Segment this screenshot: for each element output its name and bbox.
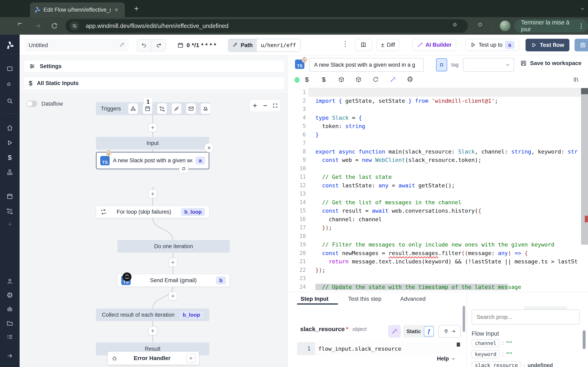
test-up-to-step-badge[interactable]: a — [505, 41, 514, 49]
sidebar-item-more[interactable] — [0, 218, 20, 230]
test-flow-button[interactable]: Test flow — [526, 39, 570, 51]
code-line[interactable]: 10 — [288, 164, 581, 173]
docs-button[interactable] — [355, 39, 372, 51]
save-to-workspace-button[interactable]: Save to workspace — [520, 60, 581, 67]
browser-update-button[interactable]: Terminer la mise à jour ⋮ — [514, 19, 588, 33]
forloop-node[interactable]: For loop (skip failures) b_loop — [96, 206, 209, 218]
redo-button[interactable] — [151, 40, 166, 51]
ai-wand-icon[interactable] — [389, 76, 396, 83]
path-value[interactable]: u/henri/eff — [257, 39, 300, 51]
editor-scrollbar[interactable] — [581, 88, 588, 292]
stop-after-step-button[interactable] — [179, 164, 189, 173]
add-error-handler-button[interactable] — [186, 354, 196, 363]
add-step-button[interactable] — [148, 189, 157, 198]
code-line[interactable]: 11 // Get the last state — [288, 173, 581, 181]
code-line[interactable]: 4type Slack = { — [288, 114, 581, 122]
code-line[interactable]: 13 — [288, 190, 581, 198]
sidebar-item-logs[interactable] — [0, 331, 20, 342]
triggers-node[interactable]: Triggers — [96, 102, 210, 115]
flow-input-prop-slack_resource[interactable]: slack_resource:undefined — [472, 361, 553, 367]
trigger-webhook-icon[interactable] — [128, 103, 138, 114]
sidebar-item-runs[interactable] — [0, 137, 20, 149]
tag-select[interactable] — [463, 58, 514, 72]
trigger-route-icon[interactable] — [157, 103, 167, 114]
code-line[interactable]: 14 // Get the list of messages in the ch… — [288, 198, 581, 207]
flow-canvas[interactable]: Dataflow Triggers 1 — [20, 93, 288, 367]
all-static-inputs-row[interactable]: $ All Static Inputs — [24, 77, 285, 90]
add-step-button[interactable] — [148, 326, 157, 335]
flow-input-prop-channel[interactable]: channel:"" — [472, 339, 512, 347]
undo-button[interactable] — [137, 40, 151, 51]
code-line[interactable]: 23 — [288, 274, 581, 283]
code-line[interactable]: 24 // Update the state with the timestam… — [288, 283, 581, 291]
search-prop-input[interactable] — [472, 309, 580, 325]
tab-advanced[interactable]: Advanced — [400, 296, 426, 302]
flow-name-field[interactable]: Untitled — [25, 39, 129, 51]
sidebar-item-users[interactable] — [0, 276, 20, 287]
forward-icon[interactable] — [34, 22, 42, 30]
ai-fill-button[interactable] — [388, 325, 401, 338]
add-step-button[interactable] — [168, 258, 177, 267]
code-line[interactable]: 15 const result = await web.conversation… — [288, 207, 581, 215]
script-settings-gear-icon[interactable]: ⚙ — [407, 75, 413, 83]
code-line[interactable]: 12 const lastState: any = await getState… — [288, 181, 581, 190]
sidebar-item-schedules[interactable] — [0, 191, 20, 202]
collect-result-node[interactable]: Collect result of each iteration b_loop — [96, 309, 209, 321]
code-line[interactable]: 20 const newMessages = result.messages.f… — [288, 249, 581, 258]
path-toggle-label[interactable]: Path — [228, 39, 257, 51]
profile-avatar[interactable] — [500, 21, 510, 31]
add-step-button[interactable] — [148, 123, 157, 132]
help-button[interactable]: Help — [437, 356, 456, 362]
do-one-iteration-node[interactable]: Do one iteration — [117, 240, 230, 253]
input-node[interactable]: Input — [96, 137, 209, 150]
package-icon[interactable] — [355, 76, 362, 83]
draft-button[interactable]: Draft — [575, 39, 588, 51]
props-scrollbar[interactable] — [583, 330, 586, 349]
sidebar-item-workers[interactable] — [0, 303, 20, 315]
sidebar-item-search[interactable] — [0, 95, 20, 107]
windmill-logo[interactable] — [5, 41, 14, 50]
reload-script-icon[interactable] — [372, 76, 379, 83]
sidebar-item-settings[interactable]: ⚙ — [0, 290, 20, 301]
variables-icon[interactable]: $ — [322, 76, 326, 83]
code-line[interactable]: 16 channel: channel — [288, 215, 581, 224]
sidebar-item-resources[interactable] — [0, 167, 20, 178]
connect-input-button[interactable] — [438, 325, 461, 338]
tab-step-input[interactable]: Step Input — [301, 296, 329, 302]
trigger-scraper-icon[interactable] — [201, 103, 210, 114]
back-icon[interactable] — [18, 22, 25, 30]
code-line[interactable]: 1import { WebClient } from '@slack/web-a… — [288, 88, 581, 97]
form-scrollbar[interactable] — [463, 306, 465, 332]
package-icon[interactable] — [338, 76, 345, 83]
variables-icon[interactable]: $ — [305, 76, 309, 83]
error-handler-node[interactable]: Error Handler — [108, 351, 199, 365]
browser-tab[interactable]: Edit Flow u/henri/effective_un — [30, 2, 125, 17]
trigger-websocket-icon[interactable] — [172, 103, 181, 114]
sidebar-item-home[interactable] — [0, 122, 20, 133]
reload-icon[interactable] — [51, 22, 58, 30]
diff-button[interactable]: ± Diff — [376, 39, 399, 51]
code-line[interactable]: 7 — [288, 139, 581, 147]
extensions-icon[interactable] — [478, 22, 485, 30]
tab-search-chevron-icon[interactable] — [579, 6, 586, 12]
sidebar-item-routes[interactable] — [0, 205, 20, 217]
sidebar-item-variables[interactable]: $ — [0, 152, 20, 163]
expression-editor[interactable]: 1 flow_input.slack_resource — [297, 342, 460, 355]
test-up-to-button[interactable]: Test up to a — [466, 39, 519, 51]
flow-input-prop-keyword[interactable]: keyword:"" — [472, 350, 512, 358]
code-line[interactable]: 22}); — [288, 266, 581, 275]
code-line[interactable]: 2import { getState, setState } from 'win… — [288, 97, 581, 105]
tab-close-icon[interactable] — [114, 7, 119, 12]
tab-test-this-step[interactable]: Test this step — [348, 296, 381, 302]
code-line[interactable]: 21 return message.text.includes(keyword)… — [288, 257, 581, 266]
send-email-node[interactable]: TS Send Email (gmail) b — [117, 274, 230, 287]
toolbar-kebab-icon[interactable]: ⋮ — [342, 40, 349, 48]
delete-step-button[interactable] — [204, 143, 214, 152]
add-step-button[interactable] — [168, 292, 177, 300]
code-line[interactable]: 19 // Filter the messages to only includ… — [288, 240, 581, 249]
slack-step-node[interactable]: TS A new Slack post with a given wor... … — [96, 152, 209, 169]
library-icon[interactable] — [573, 76, 579, 83]
code-line[interactable]: 9 const web = new WebClient(slack_resour… — [288, 156, 581, 164]
bookmark-star-icon[interactable] — [452, 22, 460, 30]
ai-builder-button[interactable]: AI Builder — [412, 39, 456, 51]
